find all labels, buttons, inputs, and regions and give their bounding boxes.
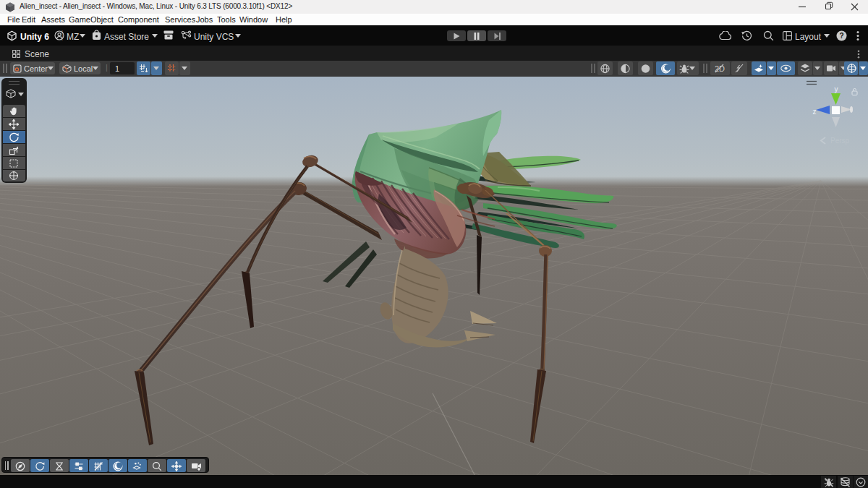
svg-text:?: ? (839, 32, 843, 40)
svg-text:Persp: Persp (830, 137, 850, 145)
svg-text:y: y (835, 85, 838, 93)
svg-text:z: z (813, 108, 817, 116)
